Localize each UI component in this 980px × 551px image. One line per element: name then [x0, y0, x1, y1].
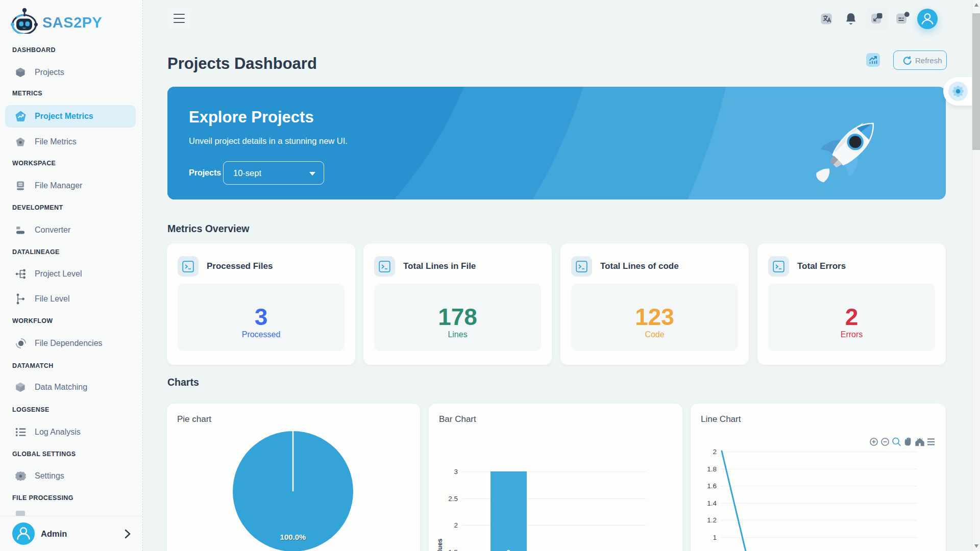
svg-text:100.0%: 100.0% — [280, 533, 306, 541]
svg-text:1: 1 — [713, 534, 717, 541]
svg-text:1.8: 1.8 — [707, 465, 717, 473]
svg-text:3: 3 — [506, 548, 510, 551]
svg-text:2.5: 2.5 — [448, 495, 458, 503]
svg-text:1.2: 1.2 — [707, 516, 717, 524]
svg-text:1.4: 1.4 — [707, 499, 717, 507]
svg-text:2: 2 — [713, 448, 717, 456]
svg-text:2: 2 — [454, 521, 458, 529]
svg-text:3: 3 — [454, 468, 458, 475]
svg-text:Values: Values — [436, 538, 444, 551]
svg-text:1.5: 1.5 — [448, 548, 458, 551]
svg-text:1.6: 1.6 — [707, 482, 717, 490]
